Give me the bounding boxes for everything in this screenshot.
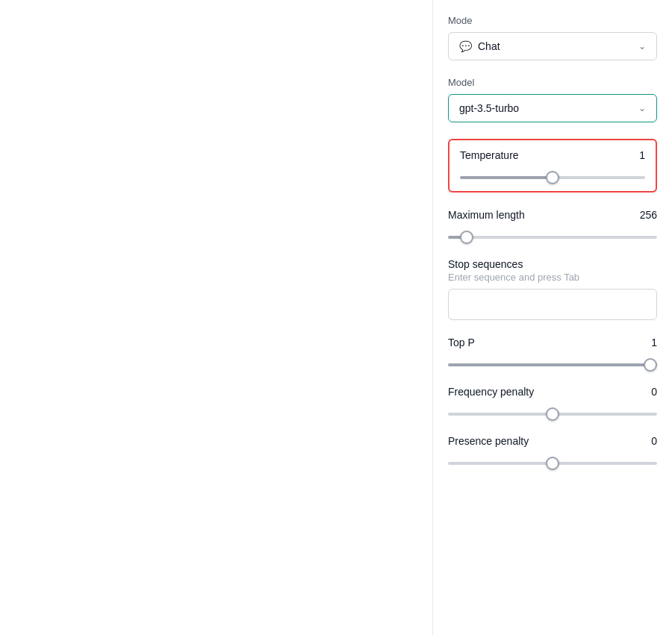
mode-dropdown-left: 💬 Chat xyxy=(459,40,500,52)
chat-icon: 💬 xyxy=(459,40,472,52)
model-section: Model gpt-3.5-turbo ⌄ xyxy=(448,77,657,122)
frequency-penalty-label: Frequency penalty xyxy=(448,386,534,398)
chevron-down-icon-model: ⌄ xyxy=(638,103,646,113)
presence-penalty-section: Presence penalty 0 xyxy=(448,435,657,468)
model-dropdown[interactable]: gpt-3.5-turbo ⌄ xyxy=(448,94,657,122)
stop-sequences-input[interactable] xyxy=(448,289,657,320)
maximum-length-label: Maximum length xyxy=(448,209,525,221)
frequency-penalty-section: Frequency penalty 0 xyxy=(448,386,657,419)
temperature-label: Temperature xyxy=(460,149,519,161)
mode-dropdown[interactable]: 💬 Chat ⌄ xyxy=(448,32,657,60)
presence-penalty-row: Presence penalty 0 xyxy=(448,435,657,447)
chevron-down-icon: ⌄ xyxy=(638,41,646,51)
temperature-value: 1 xyxy=(639,149,645,161)
stop-sequences-title: Stop sequences xyxy=(448,258,657,270)
model-value: gpt-3.5-turbo xyxy=(459,102,519,114)
top-p-slider-wrapper xyxy=(448,356,657,369)
maximum-length-row: Maximum length 256 xyxy=(448,209,657,221)
mode-section: Mode 💬 Chat ⌄ xyxy=(448,15,657,60)
temperature-slider[interactable] xyxy=(460,176,645,179)
maximum-length-slider-wrapper xyxy=(448,228,657,242)
presence-penalty-label: Presence penalty xyxy=(448,435,529,447)
stop-sequences-hint: Enter sequence and press Tab xyxy=(448,272,657,283)
left-panel xyxy=(0,0,433,635)
model-dropdown-left: gpt-3.5-turbo xyxy=(459,102,519,114)
top-p-row: Top P 1 xyxy=(448,337,657,348)
frequency-penalty-row: Frequency penalty 0 xyxy=(448,386,657,398)
maximum-length-slider[interactable] xyxy=(448,236,657,239)
frequency-penalty-slider-wrapper xyxy=(448,405,657,419)
model-label: Model xyxy=(448,77,657,88)
maximum-length-section: Maximum length 256 xyxy=(448,209,657,242)
temperature-slider-wrapper xyxy=(460,169,645,182)
temperature-section: Temperature 1 xyxy=(448,139,657,193)
top-p-label: Top P xyxy=(448,337,475,348)
maximum-length-value: 256 xyxy=(640,209,657,221)
top-p-slider[interactable] xyxy=(448,363,657,366)
right-panel: Mode 💬 Chat ⌄ Model gpt-3.5-turbo ⌄ Temp… xyxy=(433,0,672,635)
top-p-value: 1 xyxy=(651,337,657,348)
presence-penalty-slider-wrapper xyxy=(448,454,657,468)
presence-penalty-slider[interactable] xyxy=(448,462,657,465)
frequency-penalty-value: 0 xyxy=(651,386,657,398)
stop-sequences-section: Stop sequences Enter sequence and press … xyxy=(448,258,657,320)
top-p-section: Top P 1 xyxy=(448,337,657,369)
mode-label: Mode xyxy=(448,15,657,26)
presence-penalty-value: 0 xyxy=(651,435,657,447)
mode-value: Chat xyxy=(478,40,500,52)
temperature-row: Temperature 1 xyxy=(460,149,645,161)
frequency-penalty-slider[interactable] xyxy=(448,413,657,416)
